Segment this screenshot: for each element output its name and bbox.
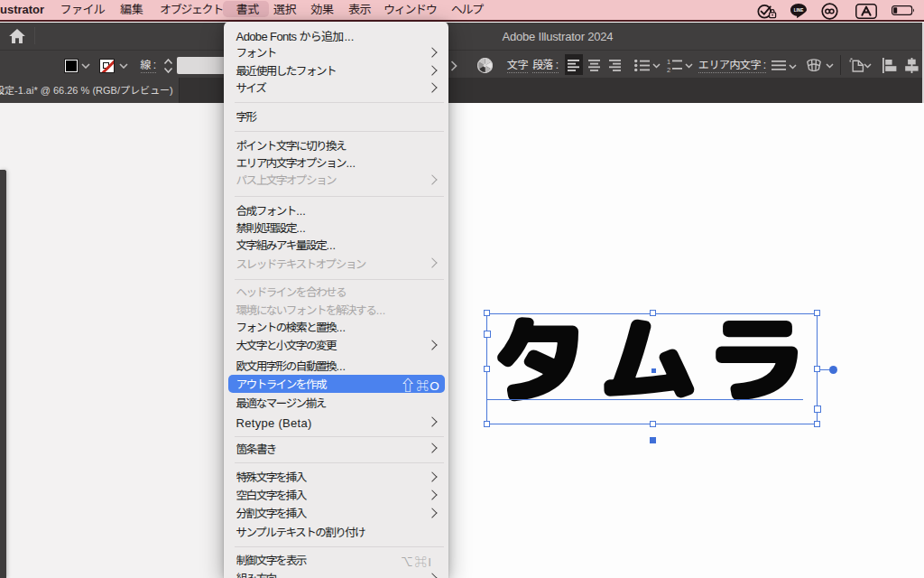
svg-text:2: 2 bbox=[667, 65, 670, 72]
svg-text:LINE: LINE bbox=[794, 8, 803, 13]
